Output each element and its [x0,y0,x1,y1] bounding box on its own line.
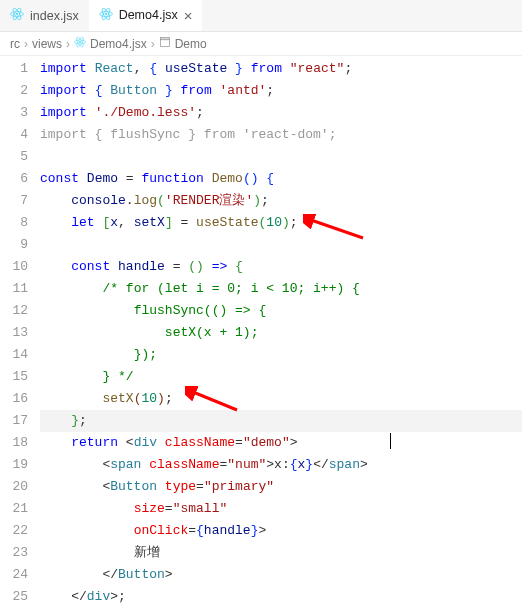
code-line[interactable]: return <div className="demo"> [40,432,522,454]
tab-label: Demo4.jsx [119,8,178,22]
code-area[interactable]: import React, { useState } from "react";… [40,56,522,609]
code-line[interactable]: /* for (let i = 0; i < 10; i++) { [40,278,522,300]
symbol-icon [159,36,171,51]
code-line[interactable]: <span className="num">x:{x}</span> [40,454,522,476]
code-line[interactable]: import { flushSync } from 'react-dom'; [40,124,522,146]
chevron-right-icon: › [151,37,155,51]
close-icon[interactable]: × [184,8,193,23]
code-line[interactable]: } */ [40,366,522,388]
text-cursor [390,433,391,449]
tab-bar: index.jsx Demo4.jsx × [0,0,522,32]
code-line[interactable]: </div>; [40,586,522,608]
chevron-right-icon: › [24,37,28,51]
code-line[interactable]: const Demo = function Demo() { [40,168,522,190]
code-line[interactable]: import React, { useState } from "react"; [40,58,522,80]
react-icon [99,7,113,24]
code-line[interactable]: </Button> [40,564,522,586]
code-line[interactable] [40,146,522,168]
code-line[interactable]: <Button type="primary" [40,476,522,498]
code-line[interactable]: onClick={handle}> [40,520,522,542]
breadcrumb-item[interactable]: Demo [175,37,207,51]
tab-demo4[interactable]: Demo4.jsx × [89,0,203,31]
tab-index[interactable]: index.jsx [0,0,89,31]
breadcrumb-item[interactable]: rc [10,37,20,51]
code-line[interactable]: 新增 [40,542,522,564]
code-line[interactable]: setX(10); [40,388,522,410]
svg-point-3 [16,13,18,15]
code-line[interactable]: import './Demo.less'; [40,102,522,124]
breadcrumb-item[interactable]: Demo4.jsx [90,37,147,51]
code-line[interactable]: const handle = () => { [40,256,522,278]
code-line[interactable] [40,234,522,256]
code-line[interactable]: }); [40,344,522,366]
react-icon [10,7,24,24]
code-line[interactable]: size="small" [40,498,522,520]
code-line[interactable]: let [x, setX] = useState(10); [40,212,522,234]
code-line[interactable]: import { Button } from 'antd'; [40,80,522,102]
tab-label: index.jsx [30,9,79,23]
svg-point-7 [104,12,106,14]
breadcrumb-item[interactable]: views [32,37,62,51]
svg-point-11 [79,41,81,43]
code-line[interactable]: flushSync(() => { [40,300,522,322]
chevron-right-icon: › [66,37,70,51]
breadcrumb[interactable]: rc › views › Demo4.jsx › Demo [0,32,522,56]
code-line[interactable]: }; [40,410,522,432]
code-line[interactable]: console.log('RENDER渲染'); [40,190,522,212]
line-gutter: 1234567891011121314151617181920212223242… [0,56,40,609]
code-editor[interactable]: 1234567891011121314151617181920212223242… [0,56,522,609]
code-line[interactable]: setX(x + 1); [40,322,522,344]
react-icon [74,36,86,51]
